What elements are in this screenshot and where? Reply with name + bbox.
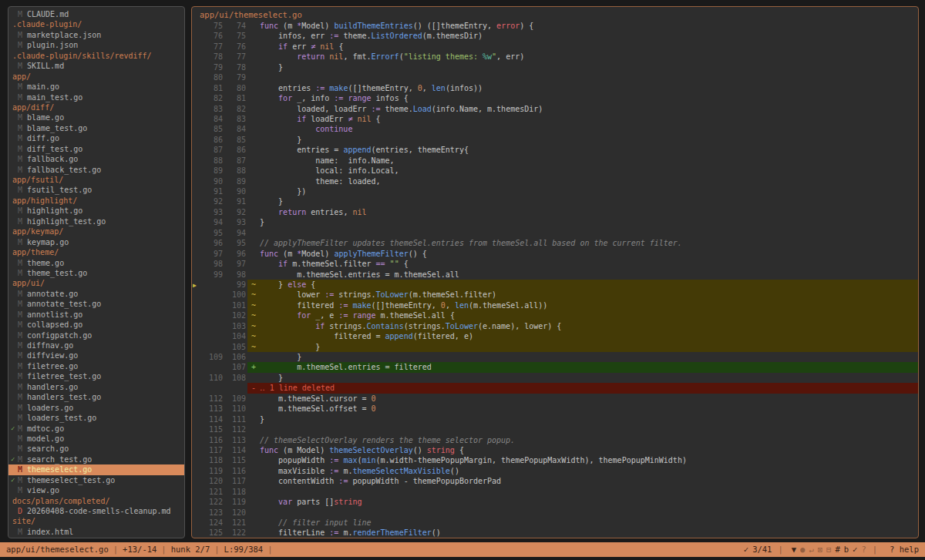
reviewed-check-icon bbox=[11, 165, 18, 175]
tree-file-item[interactable]: Mfallback_test.go bbox=[8, 165, 184, 175]
tree-item-label: search.go bbox=[27, 444, 69, 454]
reviewed-check-icon bbox=[11, 403, 18, 413]
new-line-number: 116 bbox=[223, 466, 246, 476]
old-line-number: 95 bbox=[192, 228, 223, 238]
new-line-number: 118 bbox=[223, 487, 246, 497]
tree-file-item[interactable]: Mblame_test.go bbox=[8, 123, 184, 133]
tree-file-item[interactable]: ✓Msearch_test.go bbox=[8, 454, 184, 464]
tree-file-item[interactable]: Mannotlist.go bbox=[8, 310, 184, 320]
new-line-number: 122 bbox=[223, 528, 246, 538]
reviewed-check-icon bbox=[11, 485, 18, 495]
tree-item-label: search_test.go bbox=[27, 454, 92, 464]
help-hint: ? help bbox=[890, 542, 919, 557]
tree-file-item[interactable]: Mmodel.go bbox=[8, 434, 184, 444]
code-text: // applyThemeFilter updates themeSel.ent… bbox=[260, 238, 918, 248]
tree-dir-header: app/highlight/ bbox=[8, 196, 184, 206]
reviewed-check-icon bbox=[11, 340, 18, 350]
code-text: for _, info := range infos { bbox=[260, 93, 918, 103]
tree-file-item[interactable]: Msearch.go bbox=[8, 444, 184, 454]
tree-file-item[interactable]: Mloaders.go bbox=[8, 403, 184, 413]
reviewed-check-icon: ✓ bbox=[11, 475, 18, 485]
diff-marker bbox=[247, 414, 260, 424]
tree-file-item[interactable]: Mindex.html bbox=[8, 527, 184, 537]
reviewed-check-icon bbox=[11, 133, 18, 143]
tree-file-item[interactable]: Mhandlers.go bbox=[8, 382, 184, 392]
code-text: for _, e := range m.themeSel.all { bbox=[260, 310, 918, 320]
tree-file-item[interactable]: Mview.go bbox=[8, 485, 184, 495]
new-line-number: 82 bbox=[223, 104, 246, 114]
diff-marker bbox=[247, 373, 260, 383]
tree-file-item[interactable]: Mfiletree_test.go bbox=[8, 371, 184, 381]
reviewed-check-icon bbox=[11, 310, 18, 320]
tree-item-label: highlight.go bbox=[27, 206, 82, 216]
tree-item-label: CLAUDE.md bbox=[27, 9, 69, 19]
tree-file-item[interactable]: Mhighlight.go bbox=[8, 206, 184, 216]
diff-code-line: 107+ m.themeSel.entries = filtered bbox=[192, 362, 918, 372]
tree-item-label: annotlist.go bbox=[27, 310, 82, 320]
diff-panel[interactable]: app/ui/themeselect.go 7574func (m *Model… bbox=[191, 6, 919, 538]
reviewed-check-icon bbox=[11, 506, 18, 516]
tree-file-item[interactable]: MCLAUDE.md bbox=[8, 9, 184, 19]
diff-marker bbox=[247, 466, 260, 476]
git-status-letter: M bbox=[18, 382, 25, 392]
tree-item-label: handlers.go bbox=[27, 382, 78, 392]
tree-item-label: loaders_test.go bbox=[27, 413, 96, 423]
tree-file-item[interactable]: Mmain.go bbox=[8, 82, 184, 92]
new-line-number: 112 bbox=[223, 424, 246, 434]
old-line-number: 85 bbox=[192, 124, 223, 134]
old-line-number: 99 bbox=[192, 270, 223, 280]
tree-file-item[interactable]: MSKILL.md bbox=[8, 61, 184, 71]
new-line-number: 74 bbox=[223, 21, 246, 31]
tree-file-item[interactable]: Mmain_test.go bbox=[8, 92, 184, 102]
diff-marker bbox=[247, 270, 260, 280]
git-status-letter: M bbox=[18, 527, 25, 537]
new-line-number: 103 bbox=[223, 321, 246, 331]
tree-file-item[interactable]: Mblame.go bbox=[8, 112, 184, 122]
tree-file-item[interactable]: Mhighlight_test.go bbox=[8, 216, 184, 226]
diff-marker bbox=[247, 508, 260, 518]
code-text bbox=[260, 508, 918, 518]
diff-code-line: 104~ filtered = append(filtered, e) bbox=[192, 331, 918, 341]
reviewed-check-icon bbox=[11, 185, 18, 195]
tree-file-item[interactable]: Mloaders_test.go bbox=[8, 413, 184, 423]
tree-file-item[interactable]: D20260408-code-smells-cleanup.md bbox=[8, 506, 184, 516]
git-status-letter: M bbox=[18, 434, 25, 444]
tree-file-item[interactable]: Mfallback.go bbox=[8, 154, 184, 164]
tree-item-label: handlers_test.go bbox=[27, 392, 101, 402]
reviewed-check-icon bbox=[11, 123, 18, 133]
new-line-number: 117 bbox=[223, 476, 246, 486]
tree-file-item[interactable]: Mtheme.go bbox=[8, 258, 184, 268]
tree-file-item[interactable]: ✓Mmdtoc.go bbox=[8, 424, 184, 434]
tree-file-item[interactable]: Mmarketplace.json bbox=[8, 30, 184, 40]
tree-file-item[interactable]: Mkeymap.go bbox=[8, 237, 184, 247]
reviewed-check-icon bbox=[11, 61, 18, 71]
tree-file-item[interactable]: Mdiff.go bbox=[8, 133, 184, 143]
tree-file-item[interactable]: Mplugin.json bbox=[8, 40, 184, 50]
tree-file-item[interactable]: Mdiff_test.go bbox=[8, 144, 184, 154]
tree-file-item[interactable]: Mfiletree.go bbox=[8, 361, 184, 371]
diff-code-line: 125122 filterLine := m.renderThemeFilter… bbox=[192, 528, 918, 538]
tree-file-item[interactable]: Mdiffnav.go bbox=[8, 340, 184, 350]
reviewed-check-icon bbox=[11, 382, 18, 392]
tree-file-item[interactable]: Mconfigpatch.go bbox=[8, 330, 184, 340]
diff-code-line: 8180 entries := make([]themeEntry, 0, le… bbox=[192, 83, 918, 93]
tree-file-item[interactable]: Mtheme_test.go bbox=[8, 268, 184, 278]
tree-file-item[interactable]: Mfsutil_test.go bbox=[8, 185, 184, 195]
tree-file-item[interactable]: Mdiffview.go bbox=[8, 350, 184, 360]
separator: | bbox=[267, 542, 272, 557]
git-status-letter: M bbox=[18, 185, 25, 195]
new-line-number: 98 bbox=[223, 270, 246, 280]
tree-file-item[interactable]: Mannotate_test.go bbox=[8, 299, 184, 309]
tree-file-item[interactable]: ✓Mthemeselect_test.go bbox=[8, 475, 184, 485]
git-status-letter: M bbox=[18, 350, 25, 360]
diff-marker: ~ bbox=[247, 321, 260, 331]
current-file-path: app/ui/themeselect.go bbox=[6, 542, 109, 557]
reviewed-check-icon bbox=[11, 154, 18, 164]
tree-file-item[interactable]: Mannotate.go bbox=[8, 289, 184, 299]
code-text: if loadErr ≠ nil { bbox=[260, 114, 918, 124]
git-status-letter: M bbox=[18, 154, 25, 164]
git-status-letter: M bbox=[18, 299, 25, 309]
tree-file-item[interactable]: Mhandlers_test.go bbox=[8, 392, 184, 402]
tree-file-item[interactable]: Mthemeselect.go bbox=[8, 464, 184, 474]
tree-file-item[interactable]: Mcollapsed.go bbox=[8, 320, 184, 330]
